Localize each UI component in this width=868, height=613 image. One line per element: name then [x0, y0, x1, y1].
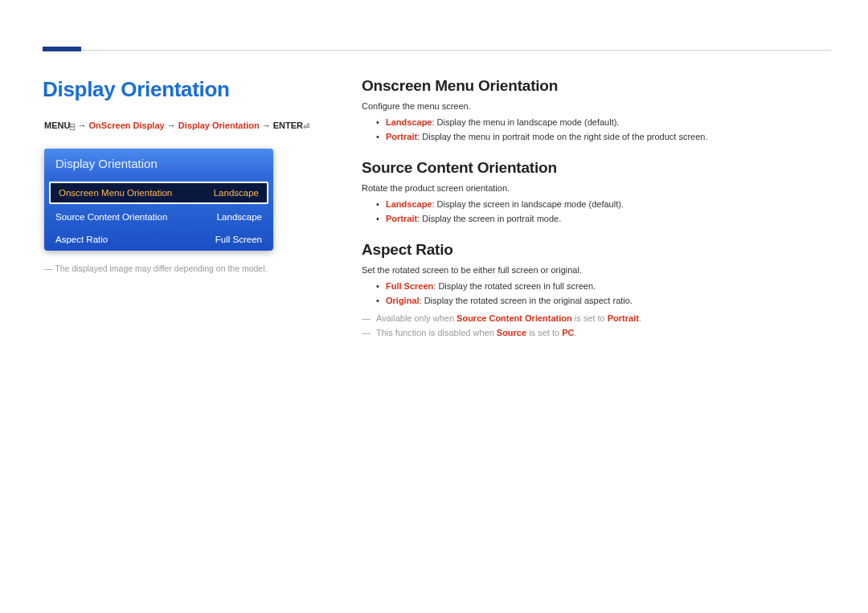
osd-menu-row-selected: Onscreen Menu Orientation Landscape [49, 182, 268, 204]
header-rule [81, 50, 831, 51]
osd-row-value: Landscape [214, 188, 259, 198]
image-caption: ― The displayed image may differ dependi… [44, 264, 267, 273]
note-item: This function is disabled when Source is… [362, 328, 831, 337]
note-post: . [639, 313, 641, 323]
bullet-key: Portrait [386, 214, 417, 223]
note-item: Available only when Source Content Orien… [362, 313, 831, 323]
osd-menu-header: Display Orientation [44, 149, 273, 180]
section-intro: Rotate the product screen orientation. [362, 183, 831, 193]
bullet-item: Portrait: Display the screen in portrait… [376, 214, 831, 223]
note-list: Available only when Source Content Orien… [362, 313, 831, 337]
bullet-item: Original: Display the rotated screen in … [376, 296, 831, 305]
note-mid: is set to [572, 313, 608, 323]
bullet-text: : Display the rotated screen in the orig… [420, 296, 633, 305]
arrow: → [260, 121, 273, 130]
page-title: Display Orientation [43, 77, 230, 102]
bullet-list: Full Screen: Display the rotated screen … [376, 281, 831, 305]
header-accent-bar [43, 47, 81, 51]
arrow: → [165, 121, 178, 130]
bullet-list: Landscape: Display the screen in landsca… [376, 199, 831, 223]
content-column: Onscreen Menu Orientation Configure the … [362, 77, 831, 345]
osd-menu-row: Source Content Orientation Landscape [44, 206, 273, 228]
bullet-key: Landscape [386, 199, 432, 209]
bullet-key: Full Screen [386, 281, 433, 291]
osd-row-label: Source Content Orientation [55, 212, 167, 222]
osd-row-label: Onscreen Menu Orientation [59, 188, 172, 198]
bullet-text: : Display the screen in portrait mode. [417, 214, 561, 223]
note-key: PC [562, 328, 574, 337]
osd-row-value: Landscape [217, 212, 262, 222]
note-key: Portrait [608, 313, 639, 323]
bullet-item: Full Screen: Display the rotated screen … [376, 281, 831, 291]
breadcrumb: MENU⌸ → OnScreen Display → Display Orien… [44, 121, 309, 131]
note-pre: This function is disabled when [376, 328, 497, 337]
section-intro: Set the rotated screen to be either full… [362, 265, 831, 275]
osd-row-label: Aspect Ratio [55, 235, 108, 244]
bullet-text: : Display the menu in portrait mode on t… [417, 132, 707, 141]
bullet-item: Portrait: Display the menu in portrait m… [376, 132, 831, 141]
bullet-key: Landscape [386, 117, 432, 127]
breadcrumb-enter: ENTER [273, 121, 303, 130]
breadcrumb-part2: Display Orientation [178, 121, 260, 130]
section-intro: Configure the menu screen. [362, 101, 831, 111]
bullet-item: Landscape: Display the screen in landsca… [376, 199, 831, 209]
section-heading: Source Content Orientation [362, 159, 831, 177]
breadcrumb-part1: OnScreen Display [89, 121, 165, 130]
bullet-text: : Display the screen in landscape mode (… [432, 199, 623, 209]
note-key: Source [497, 328, 526, 337]
bullet-item: Landscape: Display the menu in landscape… [376, 117, 831, 127]
osd-row-value: Full Screen [215, 235, 262, 244]
bullet-key: Original [386, 296, 420, 305]
osd-menu-row: Aspect Ratio Full Screen [44, 228, 273, 251]
bullet-list: Landscape: Display the menu in landscape… [376, 117, 831, 141]
bullet-text: : Display the rotated screen in full scr… [433, 281, 596, 291]
caption-text: The displayed image may differ depending… [55, 264, 267, 273]
arrow: → [75, 121, 88, 130]
note-mid: is set to [526, 328, 562, 337]
section-heading: Aspect Ratio [362, 241, 831, 259]
bullet-text: : Display the menu in landscape mode (de… [432, 117, 619, 127]
note-key: Source Content Orientation [457, 313, 572, 323]
section-heading: Onscreen Menu Orientation [362, 77, 831, 95]
breadcrumb-menu: MENU [44, 121, 70, 130]
note-post: . [574, 328, 576, 337]
note-pre: Available only when [376, 313, 457, 323]
osd-menu-preview: Display Orientation Onscreen Menu Orient… [44, 149, 273, 251]
enter-icon: ⏎ [303, 122, 309, 131]
bullet-key: Portrait [386, 132, 417, 141]
